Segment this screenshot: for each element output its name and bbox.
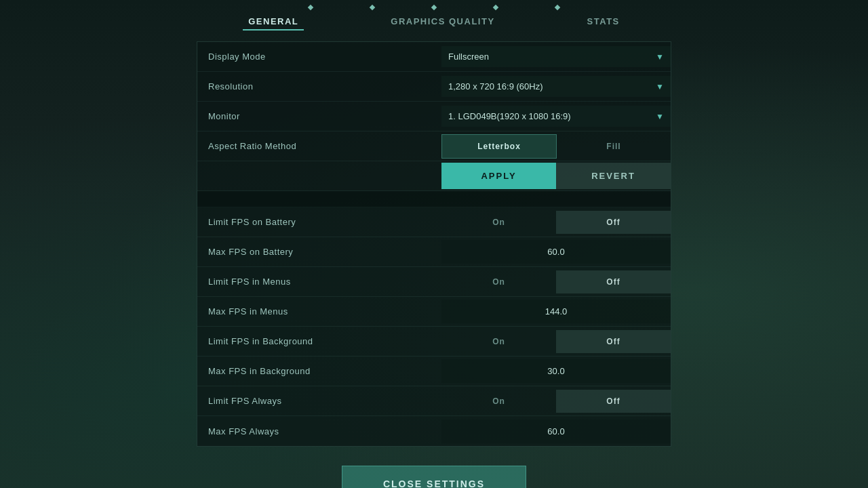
display-mode-dropdown[interactable]: Fullscreen ▼	[441, 46, 671, 67]
settings-page: GENERAL GRAPHICS QUALITY STATS Display M…	[0, 0, 868, 488]
limit-fps-menus-label: Limit FPS in Menus	[197, 270, 441, 293]
tab-stats[interactable]: STATS	[582, 14, 625, 30]
max-fps-battery-control: 60.0	[441, 240, 671, 264]
tab-graphics-quality[interactable]: GRAPHICS QUALITY	[385, 14, 500, 30]
nav-dot-3	[431, 5, 437, 10]
resolution-arrow-icon: ▼	[656, 82, 664, 92]
max-fps-background-value: 30.0	[441, 359, 671, 383]
apply-revert-control: APPLY REVERT	[441, 163, 671, 189]
resolution-control: 1,280 x 720 16:9 (60Hz) ▼	[441, 76, 671, 97]
apply-button[interactable]: APPLY	[441, 163, 556, 189]
apply-revert-row: APPLY REVERT	[197, 161, 671, 191]
limit-fps-battery-control: On Off	[441, 211, 671, 234]
max-fps-menus-value: 144.0	[441, 300, 671, 323]
nav-dots	[309, 5, 559, 9]
limit-fps-battery-on-button[interactable]: On	[441, 211, 556, 234]
nav-dot-4	[493, 5, 498, 10]
limit-fps-background-toggle: On Off	[441, 330, 671, 353]
aspect-ratio-group: Letterbox Fill	[441, 134, 671, 159]
revert-button[interactable]: REVERT	[556, 163, 671, 189]
resolution-label: Resolution	[197, 75, 441, 98]
limit-fps-menus-control: On Off	[441, 270, 671, 293]
limit-fps-menus-toggle: On Off	[441, 270, 671, 293]
tab-bar: GENERAL GRAPHICS QUALITY STATS	[243, 14, 625, 30]
aspect-ratio-label: Aspect Ratio Method	[197, 134, 441, 158]
settings-panel: Display Mode Fullscreen ▼ Resolution 1,2…	[197, 41, 671, 447]
limit-fps-background-row: Limit FPS in Background On Off	[197, 327, 671, 357]
limit-fps-menus-on-button[interactable]: On	[441, 270, 556, 293]
section-divider	[197, 191, 671, 207]
monitor-row: Monitor 1. LGD049B(1920 x 1080 16:9) ▼	[197, 102, 671, 131]
display-mode-label: Display Mode	[197, 45, 441, 68]
display-mode-arrow-icon: ▼	[656, 52, 664, 62]
max-fps-battery-label: Max FPS on Battery	[197, 240, 441, 264]
apply-revert-spacer	[197, 169, 441, 183]
resolution-value: 1,280 x 720 16:9 (60Hz)	[448, 81, 656, 92]
max-fps-menus-row: Max FPS in Menus 144.0	[197, 297, 671, 327]
limit-fps-background-control: On Off	[441, 330, 671, 353]
limit-fps-battery-label: Limit FPS on Battery	[197, 210, 441, 234]
limit-fps-always-label: Limit FPS Always	[197, 389, 441, 413]
nav-dot-2	[370, 5, 375, 10]
aspect-fill-button[interactable]: Fill	[557, 134, 671, 159]
monitor-label: Monitor	[197, 104, 441, 128]
aspect-ratio-row: Aspect Ratio Method Letterbox Fill	[197, 131, 671, 161]
limit-fps-battery-row: Limit FPS on Battery On Off	[197, 207, 671, 237]
aspect-ratio-control: Letterbox Fill	[441, 134, 671, 159]
limit-fps-battery-toggle: On Off	[441, 211, 671, 234]
max-fps-always-row: Max FPS Always 60.0	[197, 416, 671, 446]
max-fps-battery-row: Max FPS on Battery 60.0	[197, 237, 671, 267]
limit-fps-background-on-button[interactable]: On	[441, 330, 556, 353]
monitor-arrow-icon: ▼	[656, 112, 664, 121]
action-row: APPLY REVERT	[441, 163, 671, 189]
limit-fps-battery-off-button[interactable]: Off	[556, 211, 671, 234]
monitor-value: 1. LGD049B(1920 x 1080 16:9)	[448, 111, 656, 121]
max-fps-always-label: Max FPS Always	[197, 420, 441, 443]
max-fps-background-row: Max FPS in Background 30.0	[197, 357, 671, 386]
limit-fps-always-toggle: On Off	[441, 390, 671, 413]
limit-fps-always-row: Limit FPS Always On Off	[197, 386, 671, 416]
max-fps-background-label: Max FPS in Background	[197, 359, 441, 383]
max-fps-battery-value: 60.0	[441, 240, 671, 264]
display-mode-row: Display Mode Fullscreen ▼	[197, 42, 671, 72]
limit-fps-background-label: Limit FPS in Background	[197, 329, 441, 353]
resolution-dropdown[interactable]: 1,280 x 720 16:9 (60Hz) ▼	[441, 76, 671, 97]
resolution-row: Resolution 1,280 x 720 16:9 (60Hz) ▼	[197, 72, 671, 102]
max-fps-background-control: 30.0	[441, 359, 671, 383]
max-fps-always-control: 60.0	[441, 420, 671, 443]
aspect-letterbox-button[interactable]: Letterbox	[441, 134, 557, 159]
limit-fps-always-off-button[interactable]: Off	[556, 390, 671, 413]
nav-dot-1	[308, 5, 313, 10]
close-settings-button[interactable]: CLOSE SETTINGS	[342, 466, 526, 488]
monitor-control: 1. LGD049B(1920 x 1080 16:9) ▼	[441, 106, 671, 127]
tab-general[interactable]: GENERAL	[243, 14, 304, 30]
limit-fps-menus-row: Limit FPS in Menus On Off	[197, 267, 671, 297]
limit-fps-menus-off-button[interactable]: Off	[556, 270, 671, 293]
display-mode-control: Fullscreen ▼	[441, 46, 671, 67]
nav-dot-5	[555, 5, 560, 10]
limit-fps-always-control: On Off	[441, 390, 671, 413]
limit-fps-always-on-button[interactable]: On	[441, 390, 556, 413]
display-mode-value: Fullscreen	[448, 52, 656, 62]
max-fps-always-value: 60.0	[441, 420, 671, 443]
max-fps-menus-label: Max FPS in Menus	[197, 300, 441, 323]
monitor-dropdown[interactable]: 1. LGD049B(1920 x 1080 16:9) ▼	[441, 106, 671, 127]
limit-fps-background-off-button[interactable]: Off	[556, 330, 671, 353]
max-fps-menus-control: 144.0	[441, 300, 671, 323]
